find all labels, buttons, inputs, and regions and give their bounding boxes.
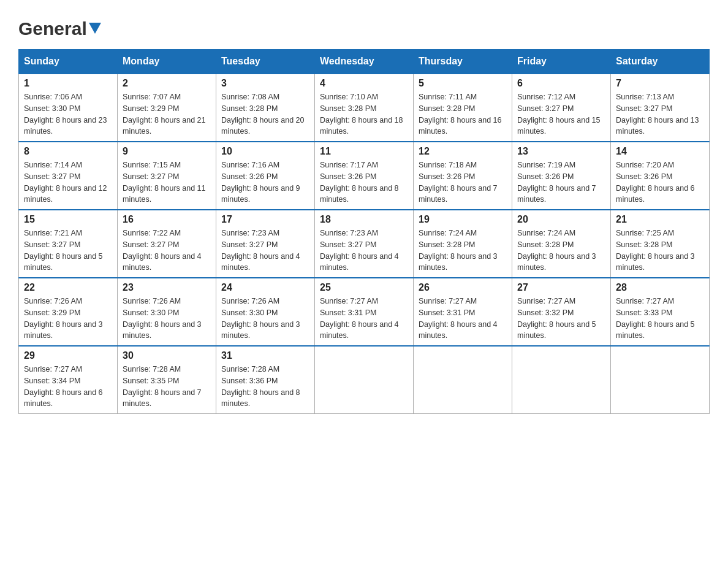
- cell-sun-info: Sunrise: 7:06 AMSunset: 3:30 PMDaylight:…: [24, 91, 112, 137]
- cell-day-number: 15: [24, 214, 112, 225]
- calendar-header-row: SundayMondayTuesdayWednesdayThursdayFrid…: [19, 50, 710, 74]
- cell-sun-info: Sunrise: 7:27 AMSunset: 3:31 PMDaylight:…: [419, 296, 507, 342]
- cell-sun-info: Sunrise: 7:13 AMSunset: 3:27 PMDaylight:…: [616, 91, 704, 137]
- page-header: General: [18, 18, 710, 37]
- cell-sun-info: Sunrise: 7:27 AMSunset: 3:32 PMDaylight:…: [517, 296, 605, 342]
- cell-sun-info: Sunrise: 7:12 AMSunset: 3:27 PMDaylight:…: [517, 91, 605, 137]
- weekday-header: Saturday: [611, 50, 710, 74]
- calendar-cell: 21Sunrise: 7:25 AMSunset: 3:28 PMDayligh…: [611, 210, 710, 278]
- calendar-week-row: 1Sunrise: 7:06 AMSunset: 3:30 PMDaylight…: [19, 74, 710, 142]
- cell-day-number: 20: [517, 214, 605, 225]
- calendar-cell: 13Sunrise: 7:19 AMSunset: 3:26 PMDayligh…: [512, 142, 611, 210]
- calendar-cell: 24Sunrise: 7:26 AMSunset: 3:30 PMDayligh…: [216, 278, 315, 346]
- cell-day-number: 8: [24, 146, 112, 157]
- cell-sun-info: Sunrise: 7:23 AMSunset: 3:27 PMDaylight:…: [320, 228, 408, 274]
- weekday-header: Thursday: [414, 50, 512, 74]
- calendar-cell: 7Sunrise: 7:13 AMSunset: 3:27 PMDaylight…: [611, 74, 710, 142]
- cell-sun-info: Sunrise: 7:26 AMSunset: 3:30 PMDaylight:…: [123, 296, 211, 342]
- cell-sun-info: Sunrise: 7:24 AMSunset: 3:28 PMDaylight:…: [517, 228, 605, 274]
- cell-sun-info: Sunrise: 7:22 AMSunset: 3:27 PMDaylight:…: [123, 228, 211, 274]
- cell-sun-info: Sunrise: 7:07 AMSunset: 3:29 PMDaylight:…: [123, 91, 211, 137]
- cell-sun-info: Sunrise: 7:21 AMSunset: 3:27 PMDaylight:…: [24, 228, 112, 274]
- calendar-cell: 19Sunrise: 7:24 AMSunset: 3:28 PMDayligh…: [414, 210, 512, 278]
- weekday-header: Sunday: [19, 50, 118, 74]
- calendar-cell: [611, 346, 710, 414]
- calendar-cell: 22Sunrise: 7:26 AMSunset: 3:29 PMDayligh…: [19, 278, 118, 346]
- cell-day-number: 7: [616, 78, 704, 89]
- weekday-header: Tuesday: [216, 50, 315, 74]
- cell-day-number: 23: [123, 282, 211, 293]
- cell-day-number: 12: [419, 146, 507, 157]
- calendar-cell: 8Sunrise: 7:14 AMSunset: 3:27 PMDaylight…: [19, 142, 118, 210]
- calendar-cell: 16Sunrise: 7:22 AMSunset: 3:27 PMDayligh…: [118, 210, 216, 278]
- calendar-week-row: 15Sunrise: 7:21 AMSunset: 3:27 PMDayligh…: [19, 210, 710, 278]
- calendar-cell: 15Sunrise: 7:21 AMSunset: 3:27 PMDayligh…: [19, 210, 118, 278]
- calendar-cell: 6Sunrise: 7:12 AMSunset: 3:27 PMDaylight…: [512, 74, 611, 142]
- cell-sun-info: Sunrise: 7:28 AMSunset: 3:35 PMDaylight:…: [123, 364, 211, 410]
- cell-day-number: 30: [123, 350, 211, 361]
- cell-sun-info: Sunrise: 7:19 AMSunset: 3:26 PMDaylight:…: [517, 159, 605, 205]
- cell-day-number: 17: [221, 214, 309, 225]
- calendar-cell: 12Sunrise: 7:18 AMSunset: 3:26 PMDayligh…: [414, 142, 512, 210]
- cell-sun-info: Sunrise: 7:23 AMSunset: 3:27 PMDaylight:…: [221, 228, 309, 274]
- cell-sun-info: Sunrise: 7:11 AMSunset: 3:28 PMDaylight:…: [419, 91, 507, 137]
- calendar-cell: 9Sunrise: 7:15 AMSunset: 3:27 PMDaylight…: [118, 142, 216, 210]
- calendar-week-row: 29Sunrise: 7:27 AMSunset: 3:34 PMDayligh…: [19, 346, 710, 414]
- calendar-cell: 28Sunrise: 7:27 AMSunset: 3:33 PMDayligh…: [611, 278, 710, 346]
- cell-day-number: 29: [24, 350, 112, 361]
- calendar-cell: 18Sunrise: 7:23 AMSunset: 3:27 PMDayligh…: [315, 210, 414, 278]
- cell-day-number: 27: [517, 282, 605, 293]
- cell-sun-info: Sunrise: 7:17 AMSunset: 3:26 PMDaylight:…: [320, 159, 408, 205]
- cell-day-number: 18: [320, 214, 408, 225]
- cell-day-number: 11: [320, 146, 408, 157]
- cell-sun-info: Sunrise: 7:16 AMSunset: 3:26 PMDaylight:…: [221, 159, 309, 205]
- cell-day-number: 10: [221, 146, 309, 157]
- cell-day-number: 9: [123, 146, 211, 157]
- cell-sun-info: Sunrise: 7:28 AMSunset: 3:36 PMDaylight:…: [221, 364, 309, 410]
- cell-sun-info: Sunrise: 7:18 AMSunset: 3:26 PMDaylight:…: [419, 159, 507, 205]
- cell-day-number: 14: [616, 146, 704, 157]
- calendar-cell: 1Sunrise: 7:06 AMSunset: 3:30 PMDaylight…: [19, 74, 118, 142]
- cell-day-number: 3: [221, 78, 309, 89]
- cell-day-number: 26: [419, 282, 507, 293]
- calendar-cell: 30Sunrise: 7:28 AMSunset: 3:35 PMDayligh…: [118, 346, 216, 414]
- calendar-week-row: 8Sunrise: 7:14 AMSunset: 3:27 PMDaylight…: [19, 142, 710, 210]
- calendar-cell: 14Sunrise: 7:20 AMSunset: 3:26 PMDayligh…: [611, 142, 710, 210]
- calendar-cell: 5Sunrise: 7:11 AMSunset: 3:28 PMDaylight…: [414, 74, 512, 142]
- calendar-cell: [414, 346, 512, 414]
- calendar-cell: 17Sunrise: 7:23 AMSunset: 3:27 PMDayligh…: [216, 210, 315, 278]
- calendar-cell: 20Sunrise: 7:24 AMSunset: 3:28 PMDayligh…: [512, 210, 611, 278]
- cell-sun-info: Sunrise: 7:10 AMSunset: 3:28 PMDaylight:…: [320, 91, 408, 137]
- cell-day-number: 28: [616, 282, 704, 293]
- cell-sun-info: Sunrise: 7:27 AMSunset: 3:33 PMDaylight:…: [616, 296, 704, 342]
- cell-day-number: 21: [616, 214, 704, 225]
- cell-day-number: 19: [419, 214, 507, 225]
- calendar-cell: 3Sunrise: 7:08 AMSunset: 3:28 PMDaylight…: [216, 74, 315, 142]
- calendar-cell: 27Sunrise: 7:27 AMSunset: 3:32 PMDayligh…: [512, 278, 611, 346]
- calendar-cell: [315, 346, 414, 414]
- cell-day-number: 25: [320, 282, 408, 293]
- weekday-header: Monday: [118, 50, 216, 74]
- calendar-cell: 29Sunrise: 7:27 AMSunset: 3:34 PMDayligh…: [19, 346, 118, 414]
- cell-day-number: 16: [123, 214, 211, 225]
- cell-sun-info: Sunrise: 7:20 AMSunset: 3:26 PMDaylight:…: [616, 159, 704, 205]
- cell-sun-info: Sunrise: 7:27 AMSunset: 3:31 PMDaylight:…: [320, 296, 408, 342]
- cell-sun-info: Sunrise: 7:14 AMSunset: 3:27 PMDaylight:…: [24, 159, 112, 205]
- cell-day-number: 22: [24, 282, 112, 293]
- logo-general: General: [18, 18, 87, 39]
- cell-sun-info: Sunrise: 7:26 AMSunset: 3:30 PMDaylight:…: [221, 296, 309, 342]
- calendar-cell: 31Sunrise: 7:28 AMSunset: 3:36 PMDayligh…: [216, 346, 315, 414]
- calendar-cell: 26Sunrise: 7:27 AMSunset: 3:31 PMDayligh…: [414, 278, 512, 346]
- cell-sun-info: Sunrise: 7:26 AMSunset: 3:29 PMDaylight:…: [24, 296, 112, 342]
- calendar-cell: 25Sunrise: 7:27 AMSunset: 3:31 PMDayligh…: [315, 278, 414, 346]
- cell-sun-info: Sunrise: 7:15 AMSunset: 3:27 PMDaylight:…: [123, 159, 211, 205]
- cell-day-number: 6: [517, 78, 605, 89]
- logo-triangle-icon: [89, 23, 101, 34]
- weekday-header: Wednesday: [315, 50, 414, 74]
- cell-day-number: 2: [123, 78, 211, 89]
- logo: General: [18, 18, 101, 37]
- weekday-header: Friday: [512, 50, 611, 74]
- cell-day-number: 13: [517, 146, 605, 157]
- cell-sun-info: Sunrise: 7:24 AMSunset: 3:28 PMDaylight:…: [419, 228, 507, 274]
- cell-day-number: 4: [320, 78, 408, 89]
